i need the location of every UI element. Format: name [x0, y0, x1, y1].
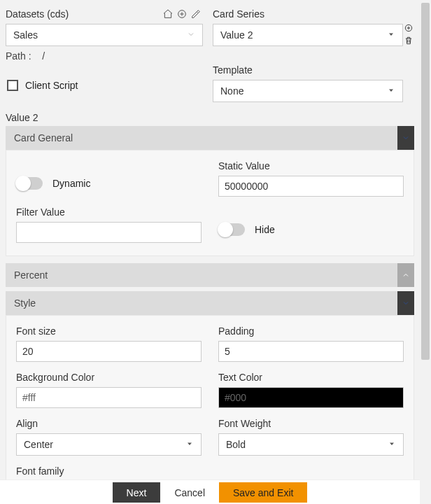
text-color-input[interactable]: #000 [218, 387, 404, 408]
card-series-select-value: Value 2 [220, 29, 387, 41]
dynamic-toggle[interactable] [16, 177, 43, 190]
accordion-percent-label: Percent [14, 270, 48, 281]
client-script-checkbox[interactable] [7, 80, 18, 91]
font-weight-label: Font Weight [218, 418, 404, 429]
font-size-label: Font size [16, 326, 202, 337]
static-value-input[interactable] [218, 176, 404, 197]
hide-toggle[interactable] [218, 223, 245, 236]
accordion-percent[interactable]: Percent [6, 263, 414, 287]
path-label: Path : [6, 50, 31, 62]
cancel-button[interactable]: Cancel [160, 482, 219, 503]
dynamic-label: Dynamic [52, 178, 90, 189]
template-select-value: None [220, 85, 387, 97]
chevron-down-icon [397, 291, 414, 315]
text-color-value: #000 [225, 392, 246, 403]
card-series-select[interactable]: Value 2 [213, 24, 403, 46]
caret-down-icon [387, 85, 395, 97]
accordion-card-general-label: Card General [14, 132, 73, 144]
template-label: Template [213, 64, 253, 76]
template-select[interactable]: None [213, 80, 403, 102]
align-label: Align [16, 418, 202, 429]
font-weight-select[interactable]: Bold [218, 433, 404, 456]
chevron-up-icon [397, 263, 414, 287]
delete-series-icon[interactable] [403, 35, 414, 46]
save-and-exit-button[interactable]: Save and Exit [219, 482, 307, 503]
card-general-body: Dynamic Static Value Filter Value [6, 150, 414, 256]
datasets-select-value: Sales [13, 29, 187, 41]
datasets-label: Datasets (cds) [6, 8, 69, 20]
datasets-select[interactable]: Sales [6, 24, 203, 46]
path-value: / [42, 50, 45, 62]
padding-label: Padding [218, 326, 404, 337]
home-icon[interactable] [161, 7, 175, 21]
chevron-down-icon [397, 126, 414, 150]
font-weight-select-value: Bold [226, 439, 388, 450]
client-script-label: Client Script [25, 80, 78, 91]
caret-down-icon [185, 439, 194, 450]
card-series-label: Card Series [213, 8, 264, 20]
caret-down-icon [387, 29, 395, 41]
filter-value-input[interactable] [16, 222, 202, 243]
chevron-down-icon [187, 29, 195, 41]
edit-icon[interactable] [189, 7, 203, 21]
bg-color-label: Background Color [16, 372, 202, 383]
vertical-scrollbar[interactable] [420, 0, 431, 504]
add-series-icon[interactable] [403, 22, 414, 34]
text-color-label: Text Color [218, 372, 404, 383]
align-select[interactable]: Center [16, 433, 202, 456]
bg-color-input[interactable]: #fff [16, 387, 202, 408]
font-family-label: Font family [16, 465, 202, 477]
align-select-value: Center [24, 439, 185, 450]
hide-label: Hide [255, 224, 275, 235]
padding-input[interactable] [218, 341, 404, 362]
bg-color-value: #fff [22, 392, 36, 403]
style-body: Font size Padding Background Color #fff … [6, 315, 414, 484]
static-value-label: Static Value [218, 160, 404, 172]
filter-value-label: Filter Value [16, 206, 202, 218]
footer: Next Cancel Save and Exit [0, 479, 420, 504]
add-icon[interactable] [175, 7, 189, 21]
scrollbar-thumb[interactable] [421, 3, 430, 360]
accordion-style[interactable]: Style [6, 291, 414, 315]
section-title: Value 2 [6, 112, 414, 123]
accordion-style-label: Style [14, 298, 36, 309]
font-size-input[interactable] [16, 341, 202, 362]
accordion-card-general[interactable]: Card General [6, 126, 414, 150]
caret-down-icon [388, 439, 396, 450]
next-button[interactable]: Next [113, 482, 161, 503]
